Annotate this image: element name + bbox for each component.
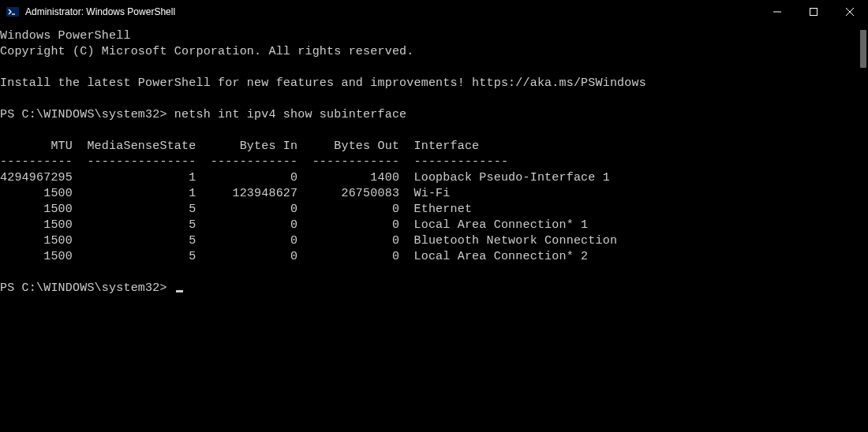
- table-row: 4294967295 1 0 1400 Loopback Pseudo-Inte…: [0, 171, 610, 184]
- prompt-prefix: PS C:\WINDOWS\system32>: [0, 281, 174, 295]
- table-row: 1500 1 123948627 26750083 Wi-Fi: [0, 187, 451, 200]
- table-row: 1500 5 0 0 Local Area Connection* 1: [0, 218, 588, 232]
- maximize-icon: [810, 8, 817, 16]
- install-message: Install the latest PowerShell for new fe…: [0, 76, 646, 90]
- scrollbar-thumb[interactable]: [860, 30, 866, 68]
- banner-line: Windows PowerShell: [0, 29, 131, 43]
- table-row: 1500 5 0 0 Ethernet: [0, 203, 472, 216]
- banner-line: Copyright (C) Microsoft Corporation. All…: [0, 45, 413, 58]
- table-header: MTU MediaSenseState Bytes In Bytes Out I…: [0, 140, 479, 153]
- terminal-output[interactable]: Windows PowerShell Copyright (C) Microso…: [0, 24, 868, 432]
- minimize-icon: [773, 8, 781, 16]
- close-button[interactable]: [832, 0, 868, 24]
- table-row: 1500 5 0 0 Local Area Connection* 2: [0, 250, 588, 263]
- close-icon: [846, 8, 854, 16]
- maximize-button[interactable]: [795, 0, 832, 24]
- minimize-button[interactable]: [759, 0, 795, 24]
- window-title: Administrator: Windows PowerShell: [25, 6, 759, 17]
- prompt-prefix: PS C:\WINDOWS\system32>: [0, 108, 174, 121]
- table-separator: ---------- --------------- ------------ …: [0, 155, 508, 169]
- svg-rect-3: [810, 9, 817, 16]
- titlebar: Administrator: Windows PowerShell: [0, 0, 868, 24]
- powershell-icon: [6, 6, 19, 18]
- command-text: netsh int ipv4 show subinterface: [174, 108, 406, 121]
- window-controls: [759, 0, 868, 24]
- svg-rect-0: [6, 7, 19, 17]
- table-row: 1500 5 0 0 Bluetooth Network Connection: [0, 234, 617, 248]
- cursor: [176, 290, 183, 292]
